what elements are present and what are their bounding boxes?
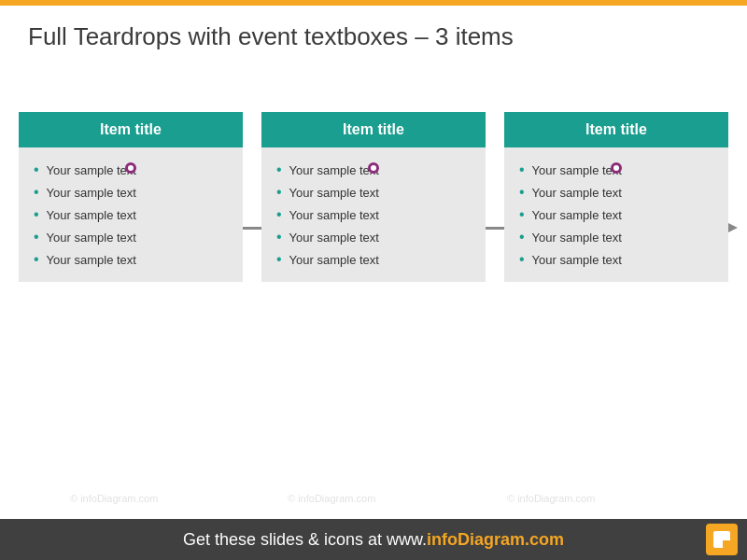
- card-header-3: Item title: [504, 112, 728, 147]
- list-item: Your sample text: [276, 226, 471, 248]
- footer-brand: infoDiagram.com: [427, 530, 564, 550]
- list-item: Your sample text: [34, 248, 228, 271]
- bullet-list-2: Your sample textYour sample textYour sam…: [276, 159, 471, 271]
- timeline-dot-3: [611, 162, 622, 174]
- footer-icon-graphic: [713, 531, 730, 548]
- timeline-dot-2: [368, 162, 379, 174]
- item-col-1: 2016Item titleYour sample textYour sampl…: [19, 61, 243, 282]
- card-3: Item titleYour sample textYour sample te…: [504, 112, 728, 282]
- watermark-4: © infoDiagram.com: [70, 493, 158, 504]
- teardrop-1: 2016: [93, 0, 168, 5]
- item-col-2: 2017Item titleYour sample textYour sampl…: [261, 61, 486, 282]
- list-item: Your sample text: [276, 203, 471, 226]
- watermark-6: © infoDiagram.com: [507, 493, 595, 504]
- footer-icon: [706, 524, 738, 555]
- list-item: Your sample text: [519, 203, 713, 226]
- list-item: Your sample text: [519, 181, 713, 203]
- watermark-5: © infoDiagram.com: [288, 493, 375, 504]
- bullet-list-1: Your sample textYour sample textYour sam…: [34, 159, 228, 271]
- title-area: Full Teardrops with event textboxes – 3 …: [0, 6, 747, 61]
- card-2: Item titleYour sample textYour sample te…: [261, 112, 486, 282]
- timeline-dot-1: [125, 162, 136, 174]
- footer-brand-name: infoDiagram: [427, 530, 525, 549]
- list-item: Your sample text: [276, 181, 471, 203]
- footer-bar: Get these slides & icons at www. infoDia…: [0, 519, 747, 560]
- list-item: Your sample text: [34, 203, 228, 226]
- card-header-1: Item title: [19, 112, 243, 147]
- list-item: Your sample text: [34, 181, 228, 203]
- teardrop-2: 2017: [336, 0, 411, 5]
- pin-2: 2017: [336, 0, 411, 5]
- card-1: Item titleYour sample textYour sample te…: [19, 112, 243, 282]
- pin-3: 2018: [579, 0, 654, 5]
- pin-1: 2016: [93, 0, 168, 5]
- card-header-2: Item title: [261, 112, 486, 147]
- footer-text: Get these slides & icons at www.: [183, 530, 427, 550]
- teardrop-3: 2018: [579, 0, 654, 5]
- bullet-list-3: Your sample textYour sample textYour sam…: [519, 159, 713, 271]
- list-item: Your sample text: [276, 248, 471, 271]
- page-title: Full Teardrops with event textboxes – 3 …: [28, 22, 719, 51]
- list-item: Your sample text: [519, 226, 713, 248]
- list-item: Your sample text: [519, 248, 713, 271]
- list-item: Your sample text: [34, 226, 228, 248]
- footer-tld: .com: [525, 530, 564, 549]
- item-col-3: 2018Item titleYour sample textYour sampl…: [504, 61, 728, 282]
